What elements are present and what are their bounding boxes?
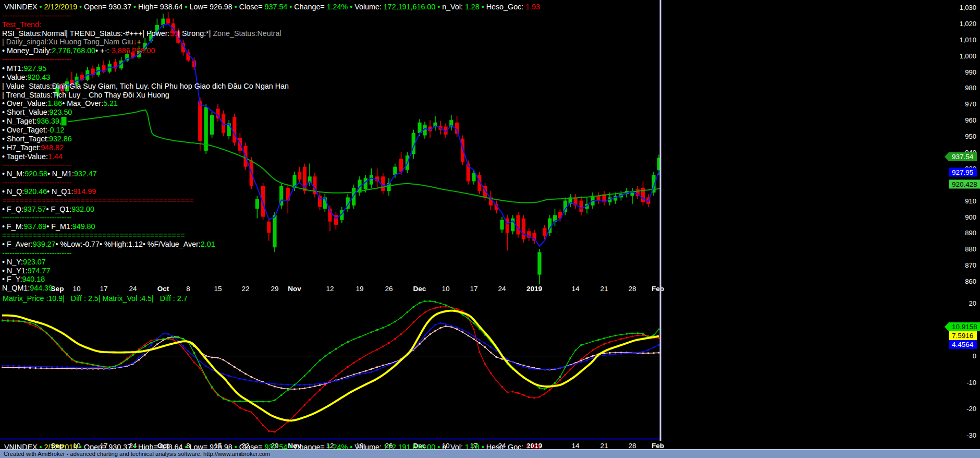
svg-text:920.428: 920.428: [952, 180, 977, 188]
svg-text:937.54: 937.54: [952, 153, 974, 161]
svg-text:4.4564: 4.4564: [952, 341, 974, 348]
svg-text:7.5916: 7.5916: [952, 332, 973, 340]
svg-text:10.9158: 10.9158: [952, 323, 977, 331]
svg-text:927.95: 927.95: [952, 168, 973, 176]
